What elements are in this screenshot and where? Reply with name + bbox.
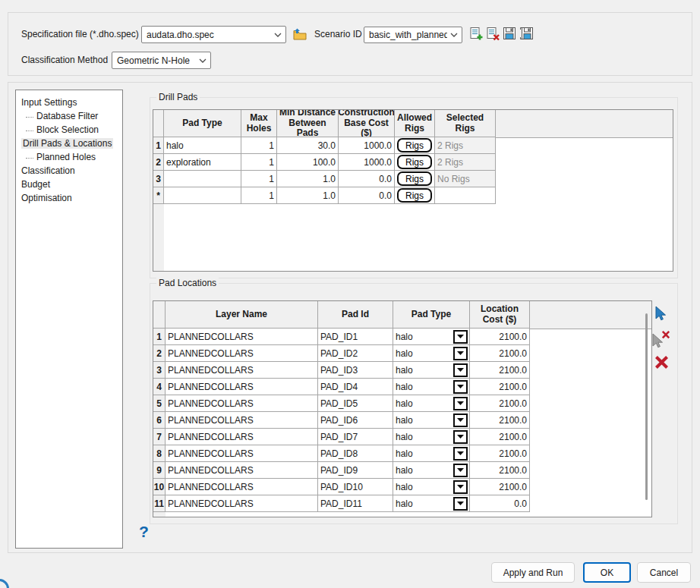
pad-id-cell[interactable]: PAD_ID4 — [318, 379, 393, 395]
ok-button[interactable]: OK — [583, 562, 631, 583]
tree-item-planned-holes[interactable]: Planned Holes — [16, 150, 122, 164]
pad-type-dropdown-cell[interactable]: halo — [393, 479, 470, 495]
rigs-button[interactable]: Rigs — [397, 171, 432, 186]
location-cost-cell[interactable]: 2100.0 — [470, 345, 530, 362]
spec-file-combobox[interactable]: audata.dho.spec — [141, 26, 286, 43]
help-button[interactable]: ? — [139, 523, 149, 541]
pad-type-dropdown-cell[interactable]: halo — [393, 495, 470, 512]
base-cost-cell[interactable]: 0.0 — [339, 171, 395, 187]
layer-name-cell[interactable]: PLANNEDCOLLARS — [166, 329, 318, 345]
pad-type-dropdown-cell[interactable]: halo — [393, 329, 470, 345]
max-holes-cell[interactable]: 1 — [241, 187, 277, 204]
row-header[interactable]: 1 — [153, 329, 166, 345]
red-cross-icon[interactable] — [655, 356, 668, 369]
save-icon[interactable] — [502, 26, 517, 41]
pad-id-cell[interactable]: PAD_ID10 — [318, 479, 393, 495]
location-cost-cell[interactable]: 0.0 — [470, 495, 530, 512]
scenario-id-combobox[interactable]: basic_with_plannedh — [364, 27, 462, 43]
row-header[interactable]: 5 — [153, 395, 166, 412]
location-cost-cell[interactable]: 2100.0 — [470, 362, 530, 379]
vertical-scrollbar[interactable] — [645, 313, 648, 500]
tree-item-database-filter[interactable]: Database Filter — [16, 109, 122, 123]
pad-type-dropdown-cell[interactable]: halo — [393, 379, 470, 395]
layer-name-cell[interactable]: PLANNEDCOLLARS — [166, 362, 318, 379]
layer-name-cell[interactable]: PLANNEDCOLLARS — [166, 395, 318, 412]
tree-item-budget[interactable]: Budget — [16, 178, 122, 191]
row-header[interactable]: 10 — [153, 479, 166, 495]
pad-type-dropdown-cell[interactable]: halo — [393, 395, 470, 412]
dropdown-arrow-icon[interactable] — [453, 380, 468, 394]
location-cost-cell[interactable]: 2100.0 — [470, 329, 530, 345]
document-delete-icon[interactable] — [485, 26, 500, 41]
rigs-button[interactable]: Rigs — [397, 138, 432, 153]
pad-id-cell[interactable]: PAD_ID11 — [318, 495, 393, 512]
pad-id-cell[interactable]: PAD_ID5 — [318, 395, 393, 412]
location-cost-cell[interactable]: 2100.0 — [470, 412, 530, 429]
row-header[interactable]: 2 — [153, 154, 164, 171]
pad-type-dropdown-cell[interactable]: halo — [393, 362, 470, 379]
layer-name-cell[interactable]: PLANNEDCOLLARS — [166, 479, 318, 495]
pad-id-cell[interactable]: PAD_ID9 — [318, 462, 393, 479]
tree-item-optimisation[interactable]: Optimisation — [16, 191, 122, 205]
pad-type-cell[interactable] — [164, 187, 241, 204]
pad-id-cell[interactable]: PAD_ID2 — [318, 345, 393, 362]
location-cost-cell[interactable]: 2100.0 — [470, 479, 530, 495]
pad-id-cell[interactable]: PAD_ID7 — [318, 429, 393, 445]
rigs-button[interactable]: Rigs — [397, 155, 432, 169]
dropdown-arrow-icon[interactable] — [453, 413, 468, 427]
max-holes-cell[interactable]: 1 — [241, 171, 277, 187]
pad-type-dropdown-cell[interactable]: halo — [393, 462, 470, 479]
location-cost-cell[interactable]: 2100.0 — [470, 395, 530, 412]
pad-type-dropdown-cell[interactable]: halo — [393, 445, 470, 462]
max-holes-cell[interactable]: 1 — [241, 137, 277, 154]
layer-name-cell[interactable]: PLANNEDCOLLARS — [166, 412, 318, 429]
pad-type-cell[interactable]: halo — [164, 137, 241, 154]
row-header[interactable]: * — [153, 187, 164, 204]
tree-item-block-selection[interactable]: Block Selection — [16, 123, 122, 137]
base-cost-cell[interactable]: 0.0 — [339, 187, 395, 204]
pad-type-dropdown-cell[interactable]: halo — [393, 345, 470, 362]
pad-type-cell[interactable] — [164, 171, 241, 187]
layer-name-cell[interactable]: PLANNEDCOLLARS — [166, 429, 318, 445]
save-as-icon[interactable] — [519, 26, 534, 41]
min-distance-cell[interactable]: 1.0 — [277, 187, 339, 204]
pad-id-cell[interactable]: PAD_ID3 — [318, 362, 393, 379]
cancel-button[interactable]: Cancel — [637, 562, 691, 583]
layer-name-cell[interactable]: PLANNEDCOLLARS — [166, 462, 318, 479]
classification-method-combobox[interactable]: Geometric N-Hole — [112, 52, 211, 69]
layer-name-cell[interactable]: PLANNEDCOLLARS — [166, 379, 318, 395]
location-cost-cell[interactable]: 2100.0 — [470, 445, 530, 462]
row-header[interactable]: 6 — [153, 412, 166, 429]
row-header[interactable]: 8 — [153, 445, 166, 462]
pad-type-dropdown-cell[interactable]: halo — [393, 429, 470, 445]
arrow-cursor-icon[interactable] — [653, 306, 668, 322]
min-distance-cell[interactable]: 30.0 — [277, 137, 339, 154]
pad-type-dropdown-cell[interactable]: halo — [393, 412, 470, 429]
dropdown-arrow-icon[interactable] — [453, 430, 468, 444]
location-cost-cell[interactable]: 2100.0 — [470, 379, 530, 395]
row-header[interactable]: 2 — [153, 345, 166, 362]
dropdown-arrow-icon[interactable] — [453, 464, 468, 477]
pad-id-cell[interactable]: PAD_ID6 — [318, 412, 393, 429]
open-folder-icon[interactable] — [292, 27, 307, 42]
apply-and-run-button[interactable]: Apply and Run — [491, 562, 575, 583]
dropdown-arrow-icon[interactable] — [453, 363, 468, 377]
tree-item-input-settings[interactable]: Input Settings — [16, 96, 122, 109]
document-add-icon[interactable] — [468, 26, 484, 41]
min-distance-cell[interactable]: 1.0 — [277, 171, 339, 187]
base-cost-cell[interactable]: 1000.0 — [339, 154, 395, 171]
location-cost-cell[interactable]: 2100.0 — [470, 429, 530, 445]
layer-name-cell[interactable]: PLANNEDCOLLARS — [166, 445, 318, 462]
pad-id-cell[interactable]: PAD_ID8 — [318, 445, 393, 462]
dropdown-arrow-icon[interactable] — [453, 347, 468, 360]
dropdown-arrow-icon[interactable] — [453, 330, 468, 344]
row-header[interactable]: 4 — [153, 379, 166, 395]
dropdown-arrow-icon[interactable] — [453, 397, 468, 410]
dropdown-arrow-icon[interactable] — [453, 497, 468, 511]
layer-name-cell[interactable]: PLANNEDCOLLARS — [166, 345, 318, 362]
row-header[interactable]: 3 — [153, 362, 166, 379]
rigs-button[interactable]: Rigs — [397, 188, 432, 203]
dropdown-arrow-icon[interactable] — [453, 480, 468, 494]
location-cost-cell[interactable]: 2100.0 — [470, 462, 530, 479]
base-cost-cell[interactable]: 1000.0 — [339, 137, 395, 154]
